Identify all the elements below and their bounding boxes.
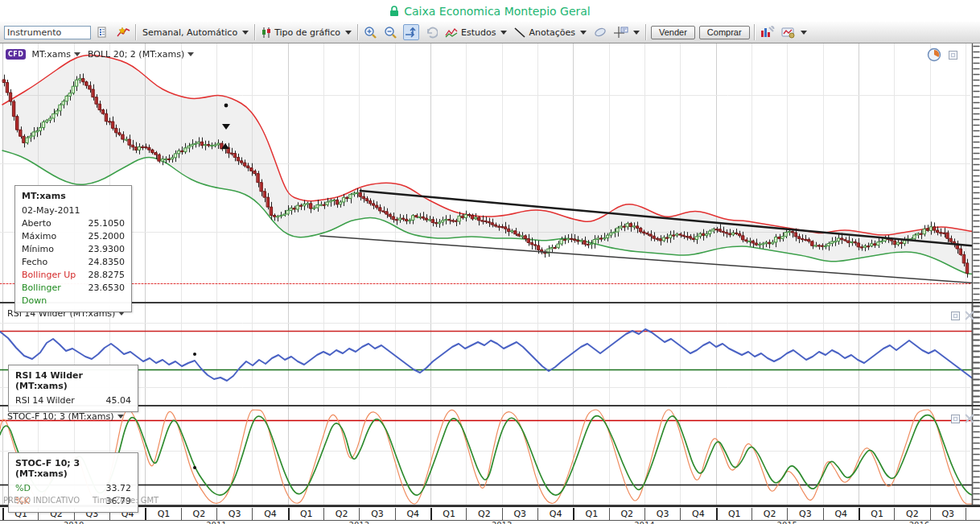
axis-quarter-label: Q2 (466, 508, 501, 520)
axis-year-label: 2015 (716, 521, 859, 524)
toolbar-separator (254, 24, 256, 40)
axis-quarter-label: Q4 (680, 508, 715, 520)
axis-quarter-label: Q3 (930, 508, 966, 520)
axis-quarter-label: Q3 (787, 508, 822, 520)
padlock-icon (389, 6, 399, 17)
zoom-in-icon[interactable] (363, 24, 379, 40)
tooltip-date: 02-May-2011 (22, 204, 80, 217)
axis-year-label: 2012 (288, 521, 430, 524)
compare-symbol-icon[interactable] (115, 24, 131, 40)
axis-quarter-label: Q2 (609, 508, 644, 520)
sell-button[interactable]: Vender (651, 26, 695, 39)
axis-quarter-label: Q2 (323, 508, 359, 520)
toolbar-separator (754, 24, 756, 40)
studies-dropdown[interactable]: Estudos (443, 27, 509, 39)
main-pane-label: CFD MT:xams BOLL 20; 2 (MT:xams) (6, 48, 196, 60)
axis-quarter-label: Q4 (537, 508, 573, 520)
pan-tool-icon[interactable] (403, 24, 419, 40)
eraser-icon[interactable] (592, 24, 608, 40)
restore-window-icon[interactable] (951, 312, 960, 320)
annotations-dropdown[interactable]: Anotações (513, 27, 588, 39)
chevron-down-icon (74, 52, 80, 56)
time-axis[interactable]: Q1Q2Q3Q4Q1Q2Q3Q4Q1Q2Q3Q4Q1Q2Q3Q4Q1Q2Q3Q4… (0, 506, 980, 524)
axis-quarter-label: Q1 (430, 508, 466, 520)
axis-quarter-label: Q2 (751, 508, 787, 520)
timezone-label: Time Zone: GMT (93, 496, 159, 505)
toolbar-separator (645, 24, 647, 40)
restore-window-icon[interactable] (951, 415, 960, 423)
stoc-pane-controls (951, 414, 974, 423)
axis-quarter-label: Q3 (644, 508, 680, 520)
chevron-down-icon (345, 31, 352, 35)
stoc-dropdown[interactable]: STOC-F 10; 3 (MT:xams) (6, 411, 126, 423)
axis-quarter-label: Q1 (573, 508, 608, 520)
price-chart-canvas[interactable] (0, 43, 980, 303)
axis-quarter-label: Q1 (145, 508, 180, 520)
tooltip-symbol: MT:xams (22, 191, 125, 201)
annotation-line-icon (514, 27, 525, 38)
chevron-down-icon (117, 415, 124, 419)
chart-type-dropdown[interactable]: Tipo de gráfico (260, 26, 353, 39)
symbol-lookup-icon[interactable] (95, 24, 111, 40)
axis-year-label: 2014 (573, 521, 715, 524)
chart-settings-icon (781, 27, 796, 39)
time-interval-clock-icon[interactable] (927, 47, 941, 62)
axis-year-label: 2016 (859, 521, 980, 524)
title-bar: Caixa Economica Montepio Geral (0, 0, 980, 23)
axis-quarter-label: Q3 (502, 508, 537, 520)
chart-tools-icon[interactable] (760, 24, 776, 40)
axis-quarter-label: Q1 (288, 508, 323, 520)
axis-year-label: 2010 (2, 521, 145, 524)
main-toolbar: Semanal, Automático Tipo de gráfico Estu… (0, 22, 980, 43)
axis-quarter-label: Q1 (716, 508, 751, 520)
zoom-out-icon[interactable] (383, 24, 399, 40)
rsi-tooltip: RSI 14 Wilder (MT:xams) RSI 14 Wilder45.… (8, 365, 138, 412)
axis-year-label: 2013 (430, 521, 573, 524)
instrument-search-input[interactable] (4, 26, 91, 39)
restore-window-icon[interactable] (949, 51, 957, 60)
main-pane-controls (927, 47, 957, 62)
chart-settings-dropdown[interactable] (780, 26, 809, 39)
axis-quarter-label: Q3 (359, 508, 394, 520)
chevron-down-icon (580, 31, 587, 35)
chevron-down-icon (500, 31, 507, 35)
axis-quarter-label (966, 508, 980, 520)
rsi-pane-controls (951, 311, 974, 320)
stoc-pane-label: STOC-F 10; 3 (MT:xams) (6, 411, 126, 423)
axis-quarter-label: Q4 (395, 508, 430, 520)
trading-platform-window: { "title_bar": {"title": "Caixa Economic… (0, 0, 980, 524)
axis-quarter-label: Q3 (216, 508, 252, 520)
studies-icon (445, 27, 458, 38)
stochastic-chart-canvas[interactable] (0, 406, 980, 506)
chevron-down-icon (242, 31, 249, 35)
axis-quarter-label: Q4 (823, 508, 859, 520)
axis-quarter-label: Q2 (181, 508, 216, 520)
candlestick-icon (261, 27, 271, 39)
chevron-down-icon (633, 31, 640, 35)
close-icon[interactable] (965, 311, 974, 320)
chevron-down-icon (187, 52, 194, 56)
cfd-badge: CFD (6, 49, 26, 60)
price-tooltip: MT:xams 02-May-2011 Aberto25.1050 Máximo… (14, 185, 132, 312)
page-title: Caixa Economica Montepio Geral (404, 5, 590, 18)
period-dropdown[interactable]: Semanal, Automático (141, 27, 250, 39)
crosshair-info-icon[interactable] (612, 25, 641, 39)
axis-quarter-label: Q4 (252, 508, 287, 520)
undo-icon[interactable] (423, 24, 439, 40)
axis-quarter-label: Q2 (894, 508, 929, 520)
toolbar-separator (357, 24, 359, 40)
toolbar-separator (135, 24, 137, 40)
indicative-price-note: PREÇO INDICATIVO Time Zone: GMT (3, 496, 159, 505)
axis-quarter-label: Q1 (859, 508, 894, 520)
axis-year-label: 2011 (145, 521, 287, 524)
close-icon[interactable] (965, 414, 974, 423)
bollinger-overlay-dropdown[interactable]: BOLL 20; 2 (MT:xams) (86, 48, 196, 60)
rsi-chart-canvas[interactable] (0, 303, 980, 406)
indicative-price-label: PREÇO INDICATIVO (3, 496, 80, 505)
buy-button[interactable]: Comprar (699, 26, 750, 39)
chevron-down-icon (801, 31, 807, 35)
symbol-dropdown[interactable]: MT:xams (30, 48, 81, 60)
